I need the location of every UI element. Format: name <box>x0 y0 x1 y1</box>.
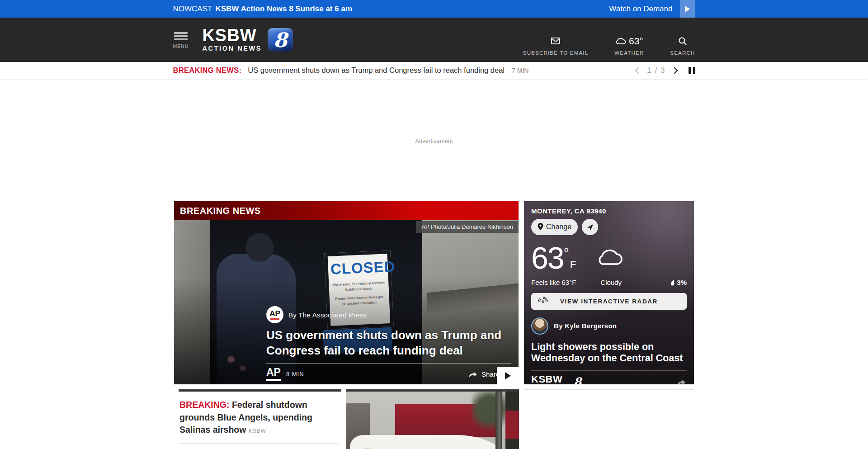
tree <box>472 392 507 435</box>
radar-icon <box>538 297 548 307</box>
story-list-card: BREAKING: Federal shutdown grounds Blue … <box>179 389 341 449</box>
nowcast-label: NOWCAST <box>173 5 212 14</box>
ticker-badge: BREAKING NEWS: <box>173 66 242 75</box>
cloud-condition-icon <box>596 246 624 266</box>
condition-label: Cloudy <box>600 279 622 286</box>
weather-button[interactable]: 63° WEATHER <box>614 35 644 56</box>
subscribe-to-email-button[interactable]: SUBSCRIBE TO EMAIL <box>523 35 589 56</box>
building-red-sign <box>505 411 519 439</box>
breaking-prefix: BREAKING: <box>179 400 230 410</box>
ap-logo-circle: AP <box>266 306 283 323</box>
share-arrow-icon <box>676 378 687 384</box>
search-icon <box>678 37 687 46</box>
story-photo[interactable]: CLOSED We're sorry. The National Archive… <box>174 220 519 384</box>
signal-pole <box>495 392 502 449</box>
map-pin-icon <box>538 223 543 231</box>
source-label: KSBW <box>249 428 266 434</box>
logo-eight-badge: 8 <box>570 375 585 384</box>
navigation-arrow-icon <box>586 223 594 231</box>
breaking-news-ticker: BREAKING NEWS: US government shuts down … <box>0 62 868 79</box>
watch-on-demand-link[interactable]: Watch on Demand <box>609 5 672 14</box>
bus: CLEAN AIR BUS Powered By Natural Gas 78 <box>350 435 506 449</box>
subscribe-label: SUBSCRIBE TO EMAIL <box>523 50 589 56</box>
weather-headline-link[interactable]: Light showers possible on Wednesday on t… <box>531 341 687 364</box>
ticker-headline-link[interactable]: US government shuts down as Trump and Co… <box>248 66 505 75</box>
ticker-page-indicator: 1 / 3 <box>647 66 665 75</box>
story-link[interactable]: BREAKING: Federal shutdown grounds Blue … <box>179 399 339 436</box>
envelope-icon <box>551 38 560 44</box>
precip-chance: 3% <box>677 279 687 286</box>
byline-row: AP By The Associated Press <box>266 306 511 323</box>
weather-label: WEATHER <box>614 50 644 56</box>
use-my-location-button[interactable] <box>582 219 598 235</box>
ksbw-logo[interactable]: KSBW ACTION NEWS 8 <box>202 28 293 52</box>
forecaster-avatar <box>531 317 548 335</box>
story-age: 8 MIN <box>286 371 304 378</box>
raindrop-icon <box>670 279 675 286</box>
advertisement-label: Advertisement <box>415 137 453 144</box>
search-label: SEARCH <box>670 50 695 56</box>
bus-story-photo[interactable]: CLEAN AIR BUS Powered By Natural Gas 78 <box>346 389 519 449</box>
chevron-left-icon <box>634 66 640 75</box>
weather-share-button[interactable] <box>676 378 687 384</box>
share-arrow-icon <box>468 370 478 378</box>
nowcast-link[interactable]: NOWCAST KSBW Action News 8 Sunrise at 6 … <box>173 5 353 14</box>
search-button[interactable]: SEARCH <box>670 35 695 56</box>
story-byline: By The Associated Press <box>288 311 367 319</box>
divider <box>266 363 511 364</box>
breaking-banner: BREAKING NEWS <box>174 201 519 220</box>
menu-button[interactable]: MENU <box>173 31 189 49</box>
hamburger-icon <box>174 31 188 42</box>
feels-like-label: Feels like 63°F <box>531 279 576 286</box>
ticker-age: 7 MIN <box>512 67 528 74</box>
play-icon <box>685 6 690 12</box>
cloud-icon <box>615 37 626 45</box>
video-play-button[interactable] <box>497 367 519 384</box>
menu-label: MENU <box>173 43 189 49</box>
header-temperature: 63° <box>629 36 643 47</box>
nowcast-bar: NOWCAST KSBW Action News 8 Sunrise at 6 … <box>0 0 868 18</box>
play-icon <box>505 372 511 379</box>
current-temperature: 63 <box>531 245 564 271</box>
nowcast-title: KSBW Action News 8 Sunrise at 6 am <box>215 5 352 14</box>
ticker-next-button[interactable] <box>673 66 679 75</box>
share-button[interactable]: Share <box>468 370 500 378</box>
ticker-prev-button[interactable] <box>634 66 640 75</box>
logo-eight-badge: 8 <box>268 28 293 52</box>
breaking-story-card[interactable]: BREAKING NEWS CLOSED We're sorry. The Na… <box>174 201 519 384</box>
empty-column <box>524 389 694 449</box>
change-location-button[interactable]: Change <box>531 219 578 235</box>
ad-slot: Advertisement <box>0 79 868 201</box>
ksbw-small-logo: KSBW ACTION NEWS 8 <box>531 375 585 384</box>
divider <box>179 443 339 444</box>
temperature-unit: F <box>570 259 576 270</box>
pause-icon <box>689 67 691 74</box>
weather-location: MONTEREY, CA 93940 <box>531 207 687 215</box>
watch-play-button[interactable] <box>680 0 695 18</box>
view-interactive-radar-button[interactable]: VIEW INTERACTIVE RADAR <box>531 293 687 310</box>
story-headline-link[interactable]: US government shuts down as Trump and Co… <box>266 328 511 359</box>
weather-byline: By Kyle Bergerson <box>554 322 617 330</box>
photo-credit: AP Photo/Julia Demaree Nikhinson <box>416 221 519 233</box>
degree-symbol: ° <box>564 245 569 260</box>
logo-name: KSBW <box>202 28 262 43</box>
ticker-pause-button[interactable] <box>689 67 695 74</box>
weather-widget: MONTEREY, CA 93940 Change 63 ° F Feels l… <box>524 201 694 384</box>
divider <box>531 370 687 371</box>
ap-source-logo: AP <box>266 367 281 381</box>
logo-subtitle: ACTION NEWS <box>202 45 262 52</box>
chevron-right-icon <box>673 66 679 75</box>
site-header: MENU KSBW ACTION NEWS 8 SUBSCRIBE TO EMA… <box>0 18 868 62</box>
